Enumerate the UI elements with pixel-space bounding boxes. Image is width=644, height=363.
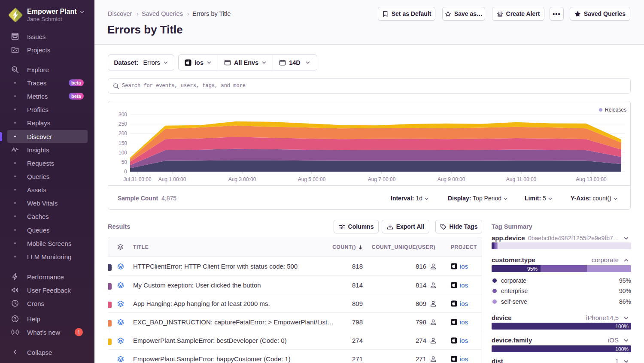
svg-text:150: 150 <box>118 140 127 146</box>
svg-text:300: 300 <box>118 112 127 118</box>
svg-text:100: 100 <box>118 150 127 156</box>
svg-text:Aug 5 00:00: Aug 5 00:00 <box>298 176 326 182</box>
svg-text:Jul 31 00:00: Jul 31 00:00 <box>123 176 152 182</box>
svg-text:200: 200 <box>118 130 127 136</box>
svg-text:Aug 11 00:00: Aug 11 00:00 <box>506 176 537 182</box>
svg-text:Aug 1 00:00: Aug 1 00:00 <box>158 176 186 182</box>
svg-text:Releases: Releases <box>605 107 626 113</box>
svg-text:250: 250 <box>118 121 127 127</box>
svg-text:Aug 7 00:00: Aug 7 00:00 <box>368 176 396 182</box>
svg-text:0: 0 <box>124 169 127 175</box>
svg-text:50: 50 <box>122 159 128 165</box>
svg-text:Aug 9 00:00: Aug 9 00:00 <box>437 176 465 182</box>
svg-text:Aug 3 00:00: Aug 3 00:00 <box>228 176 256 182</box>
svg-text:Aug 13 00:00: Aug 13 00:00 <box>576 176 607 182</box>
